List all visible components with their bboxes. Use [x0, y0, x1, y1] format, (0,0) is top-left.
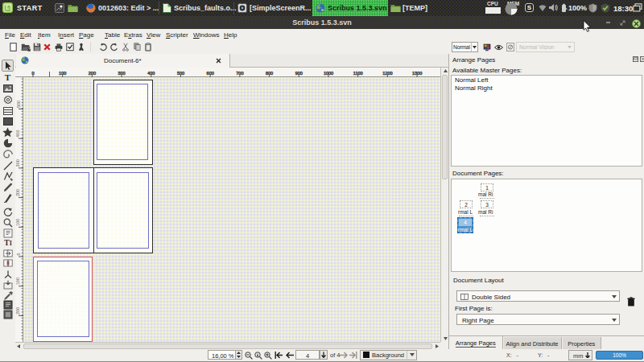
- svg-text:1300: 1300: [412, 71, 422, 76]
- svg-text:400: 400: [16, 130, 21, 138]
- svg-text:100: 100: [16, 278, 21, 285]
- svg-text:200: 200: [16, 307, 21, 315]
- svg-text:600: 600: [207, 71, 214, 76]
- svg-text:800: 800: [266, 71, 273, 76]
- svg-text:200: 200: [89, 71, 96, 76]
- svg-text:900: 900: [295, 71, 303, 76]
- svg-text:S: S: [527, 4, 532, 11]
- svg-text:100: 100: [16, 219, 21, 226]
- svg-text:700: 700: [236, 71, 243, 76]
- svg-text:0: 0: [31, 71, 34, 76]
- svg-text:500: 500: [177, 71, 184, 76]
- svg-text:0: 0: [16, 253, 21, 255]
- svg-text:300: 300: [118, 71, 126, 76]
- svg-text:1200: 1200: [382, 71, 392, 76]
- svg-text:1100: 1100: [353, 71, 363, 76]
- svg-text:1000: 1000: [324, 71, 333, 76]
- svg-text:500: 500: [16, 101, 21, 108]
- svg-text:400: 400: [147, 71, 155, 76]
- svg-text:100: 100: [59, 71, 66, 76]
- svg-text:300: 300: [16, 159, 21, 167]
- svg-text:200: 200: [16, 189, 21, 196]
